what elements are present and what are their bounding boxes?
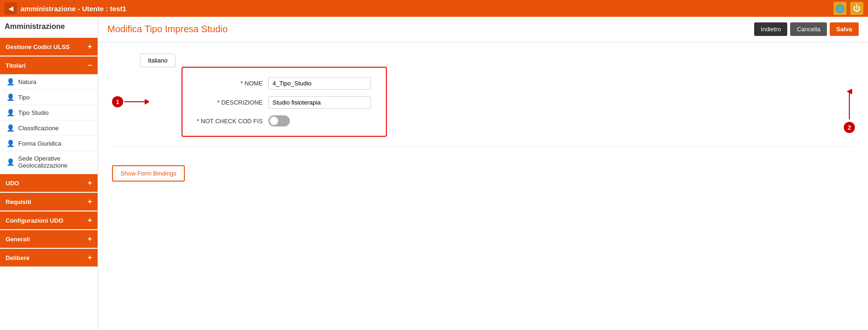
sidebar-item-label: Tipo — [18, 94, 30, 101]
descrizione-input[interactable] — [268, 96, 371, 109]
annotation-arrow-2 — [845, 89, 854, 122]
sidebar-item-label: Sede Operative Geolocalizzazione — [18, 155, 91, 169]
content-area: Modifica Tipo Impresa Studio Indietro Ca… — [98, 17, 868, 330]
language-tab[interactable]: Italiano — [140, 54, 175, 67]
topbar: ◀ amministrazione - Utente : test1 🌐 ⏻ — [0, 0, 868, 17]
power-button[interactable]: ⏻ — [850, 2, 863, 15]
toggle-slider — [268, 115, 290, 126]
topbar-title: amministrazione - Utente : test1 — [21, 5, 126, 13]
sidebar-section-label: UDO — [6, 180, 19, 187]
sidebar-item-tipo[interactable]: 👤 Tipo — [0, 90, 98, 105]
person-icon: 👤 — [7, 93, 14, 101]
sidebar-item-label: Tipo Studio — [18, 109, 49, 116]
not-check-row: * NOT CHECK COD FIS — [194, 115, 375, 126]
annotation-1: 1 — [112, 96, 123, 107]
page-title: Modifica Tipo Impresa Studio — [107, 24, 228, 35]
not-check-label: * NOT CHECK COD FIS — [194, 118, 268, 125]
sidebar-header: Amministrazione — [0, 17, 98, 37]
person-icon: 👤 — [7, 78, 14, 85]
sidebar-section-udo[interactable]: UDO + — [0, 174, 98, 192]
sidebar-item-forma-giuridica[interactable]: 👤 Forma Giuridica — [0, 136, 98, 151]
globe-button[interactable]: 🌐 — [833, 2, 847, 15]
sidebar-section-label: Configurazioni UDO — [6, 217, 63, 224]
sidebar-section-titolari[interactable]: Titolari − — [0, 56, 98, 74]
expand-icon: + — [88, 197, 92, 206]
expand-icon: + — [88, 216, 92, 225]
sidebar-section-delibere[interactable]: Delibere + — [0, 249, 98, 267]
cancella-button[interactable]: Cancella — [790, 22, 827, 36]
annotation-arrow-1 — [123, 97, 149, 106]
sidebar-item-classificazione[interactable]: 👤 Classificazione — [0, 120, 98, 136]
expand-icon: + — [88, 179, 92, 187]
sidebar-item-sede-operative[interactable]: 👤 Sede Operative Geolocalizzazione — [0, 151, 98, 173]
expand-icon: + — [88, 253, 92, 262]
person-icon: 👤 — [7, 158, 14, 166]
nome-label: * NOME — [194, 80, 268, 87]
salva-button[interactable]: Salva — [830, 22, 859, 36]
topbar-left: ◀ amministrazione - Utente : test1 — [5, 2, 126, 14]
form-box: * NOME * DESCRIZIONE * NOT CHECK COD FIS — [182, 67, 387, 137]
show-form-bindings-button[interactable]: Show Form Bindings — [112, 165, 185, 182]
nome-input[interactable] — [268, 77, 371, 90]
topbar-right: 🌐 ⏻ — [833, 2, 863, 15]
indietro-button[interactable]: Indietro — [754, 22, 787, 36]
header-buttons: Indietro Cancella Salva — [754, 22, 859, 36]
sidebar-section-label: Requisiti — [6, 198, 31, 205]
toggle-switch[interactable] — [268, 115, 290, 126]
menu-icon[interactable]: ◀ — [5, 2, 17, 14]
sidebar-section-generali[interactable]: Generali + — [0, 230, 98, 248]
sidebar-section-label: Gestione Codici ULSS — [6, 43, 70, 50]
annotation-2-container: 2 — [844, 89, 855, 133]
descrizione-row: * DESCRIZIONE — [194, 96, 375, 109]
annotation-2: 2 — [844, 122, 855, 133]
expand-icon: + — [88, 235, 92, 243]
sidebar-section-requisiti[interactable]: Requisiti + — [0, 193, 98, 211]
sidebar-item-label: Classificazione — [18, 125, 59, 132]
content-header: Modifica Tipo Impresa Studio Indietro Ca… — [98, 17, 868, 42]
sidebar-section-label: Delibere — [6, 254, 29, 261]
sidebar-item-tipo-studio[interactable]: 👤 Tipo Studio — [0, 105, 98, 120]
sidebar-item-label: Natura — [18, 78, 36, 85]
nome-row: * NOME — [194, 77, 375, 90]
collapse-icon: − — [88, 61, 92, 70]
form-area: Italiano 1 — [98, 42, 868, 193]
expand-icon: + — [88, 42, 92, 51]
descrizione-label: * DESCRIZIONE — [194, 99, 268, 106]
divider-mid — [112, 146, 854, 147]
sidebar: Amministrazione Gestione Codici ULSS + T… — [0, 17, 98, 330]
sidebar-section-label: Titolari — [6, 62, 26, 69]
person-icon: 👤 — [7, 124, 14, 132]
sidebar-item-label: Forma Giuridica — [18, 140, 61, 147]
person-icon: 👤 — [7, 140, 14, 147]
sidebar-section-configurazioni-udo[interactable]: Configurazioni UDO + — [0, 211, 98, 229]
sidebar-item-natura[interactable]: 👤 Natura — [0, 74, 98, 90]
main-layout: Amministrazione Gestione Codici ULSS + T… — [0, 17, 868, 330]
person-icon: 👤 — [7, 109, 14, 116]
sidebar-section-label: Generali — [6, 236, 30, 243]
titolari-subitems: 👤 Natura 👤 Tipo 👤 Tipo Studio 👤 Classifi… — [0, 74, 98, 173]
sidebar-section-gestione-codici-ulss[interactable]: Gestione Codici ULSS + — [0, 38, 98, 56]
